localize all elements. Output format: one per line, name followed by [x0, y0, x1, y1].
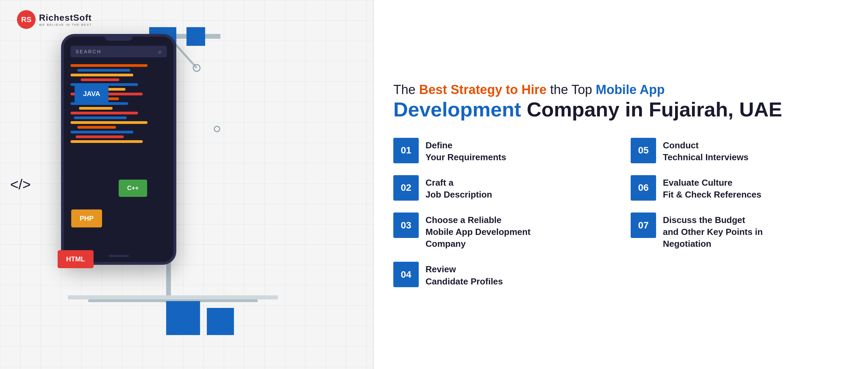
title-development-word: Development: [393, 98, 521, 121]
step-title-02: Craft aJob Description: [426, 177, 492, 201]
title-mid: the Top: [550, 82, 596, 97]
step-item-03: 03 Choose a ReliableMobile App Developme…: [393, 213, 604, 250]
title-highlight-strategy: Best Strategy to Hire: [419, 82, 547, 97]
step-title-01: DefineYour Requirements: [426, 140, 506, 163]
step-number-06: 06: [631, 175, 656, 201]
left-section: RS RichestSoft WE BELIEVE IN THE BEST </…: [0, 0, 373, 369]
step-number-03: 03: [393, 213, 419, 238]
step-item-01: 01 DefineYour Requirements: [393, 138, 604, 163]
step-number-01: 01: [393, 138, 419, 163]
blue-block-crane-bottom-left: [166, 301, 200, 335]
code-line-13: [71, 121, 147, 124]
step-text-03: Choose a ReliableMobile App DevelopmentC…: [426, 213, 531, 250]
html-badge: HTML: [58, 250, 94, 268]
code-line-17: [71, 140, 143, 143]
title-highlight-mobile: Mobile App: [596, 82, 665, 97]
phone-notch: [105, 37, 132, 41]
phone-home-bar: [108, 255, 129, 257]
code-line-10: [79, 107, 113, 110]
steps-grid: 01 DefineYour Requirements 05 ConductTec…: [393, 138, 841, 288]
title-area: The Best Strategy to Hire the Top Mobile…: [393, 81, 841, 121]
step-title-07: Discuss the Budgetand Other Key Points i…: [663, 214, 763, 250]
blue-block-crane-bottom-right: [207, 308, 234, 335]
code-line-4: [81, 78, 119, 81]
code-line-3: [71, 74, 133, 76]
logo-name: RichestSoft: [39, 13, 92, 23]
java-badge: JAVA: [75, 85, 108, 103]
title-pre: The: [393, 82, 419, 97]
step-text-05: ConductTechnical Interviews: [663, 138, 748, 163]
search-bar: SEARCH ⌕: [71, 46, 167, 57]
code-line-2: [77, 69, 130, 72]
step-text-06: Evaluate CultureFit & Check References: [663, 175, 761, 201]
step-item-empty: [631, 262, 841, 287]
step-text-04: ReviewCandidate Profiles: [426, 262, 503, 287]
step-title-05: ConductTechnical Interviews: [663, 140, 748, 163]
phone: SEARCH ⌕: [61, 34, 176, 265]
search-icon: ⌕: [158, 49, 162, 55]
step-item-05: 05 ConductTechnical Interviews: [631, 138, 841, 163]
code-lines: [71, 64, 167, 143]
step-item-02: 02 Craft aJob Description: [393, 175, 604, 201]
step-title-04: ReviewCandidate Profiles: [426, 263, 503, 287]
svg-point-10: [214, 126, 220, 132]
title-company-words: Company in Fujairah, UAE: [521, 98, 782, 121]
svg-rect-11: [68, 295, 278, 299]
logo-icon: RS: [17, 10, 36, 29]
step-text-01: DefineYour Requirements: [426, 138, 506, 163]
step-title-06: Evaluate CultureFit & Check References: [663, 177, 761, 201]
logo-text-group: RichestSoft WE BELIEVE IN THE BEST: [39, 13, 92, 26]
code-line-11: [71, 112, 138, 114]
search-label: SEARCH: [76, 49, 101, 54]
step-number-04: 04: [393, 262, 419, 287]
step-text-02: Craft aJob Description: [426, 175, 492, 201]
title-line2: Development Company in Fujairah, UAE: [393, 98, 841, 121]
code-line-15: [71, 131, 133, 133]
code-line-14: [77, 126, 116, 129]
logo-tagline: WE BELIEVE IN THE BEST: [39, 23, 92, 26]
cpp-badge: C++: [119, 180, 147, 197]
page-wrapper: RS RichestSoft WE BELIEVE IN THE BEST </…: [0, 0, 868, 369]
logo[interactable]: RS RichestSoft WE BELIEVE IN THE BEST: [17, 10, 92, 29]
step-item-06: 06 Evaluate CultureFit & Check Reference…: [631, 175, 841, 201]
step-item-04: 04 ReviewCandidate Profiles: [393, 262, 604, 287]
right-section: The Best Strategy to Hire the Top Mobile…: [373, 0, 868, 369]
code-line-16: [76, 135, 124, 138]
phone-container: SEARCH ⌕: [61, 34, 190, 289]
section-divider: [373, 0, 374, 369]
svg-text:RS: RS: [21, 15, 32, 24]
step-item-07: 07 Discuss the Budgetand Other Key Point…: [631, 213, 841, 250]
step-number-07: 07: [631, 213, 656, 238]
step-number-02: 02: [393, 175, 419, 201]
step-text-07: Discuss the Budgetand Other Key Points i…: [663, 213, 763, 250]
php-badge: PHP: [71, 209, 102, 227]
step-title-03: Choose a ReliableMobile App DevelopmentC…: [426, 214, 531, 250]
code-line-12: [74, 116, 127, 119]
step-number-05: 05: [631, 138, 656, 163]
code-line-1: [71, 64, 147, 67]
title-line1: The Best Strategy to Hire the Top Mobile…: [393, 81, 841, 98]
